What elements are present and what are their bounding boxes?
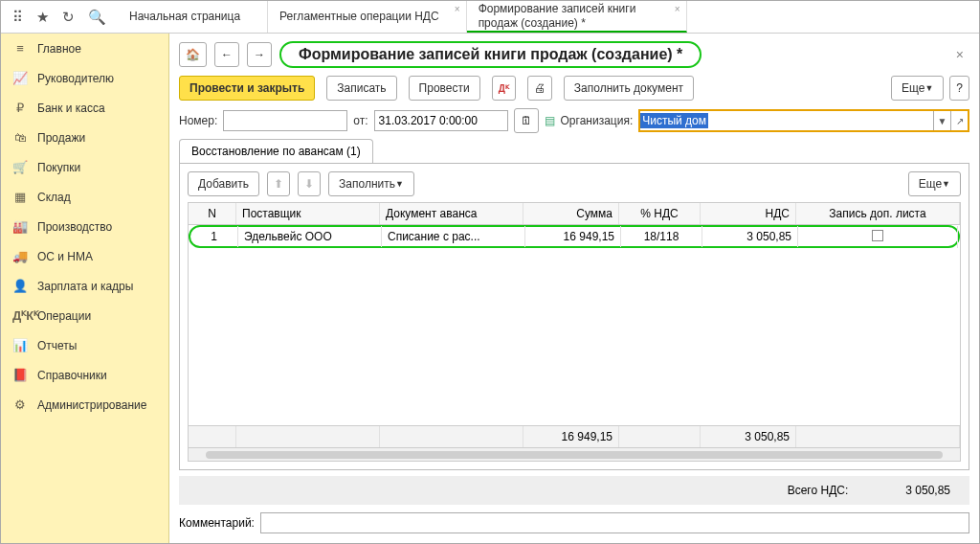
cart-icon: 🛒 (12, 160, 28, 174)
number-label: Номер: (179, 114, 217, 127)
open-icon[interactable]: ↗ (950, 111, 968, 130)
post-button[interactable]: Провести (409, 76, 480, 101)
sidebar-item-payroll[interactable]: 👤Зарплата и кадры (1, 271, 168, 301)
sidebar-item-catalogs[interactable]: 📕Справочники (1, 360, 168, 390)
h-scrollbar[interactable] (189, 447, 960, 461)
sidebar-item-operations[interactable]: ДᴷКᴷОперации (1, 301, 168, 330)
footer-sum: 16 949,15 (523, 426, 619, 447)
sidebar-item-assets[interactable]: 🚚ОС и НМА (1, 241, 168, 271)
chevron-down-icon[interactable]: ▼ (933, 111, 950, 130)
total-nds-value: 3 050,85 (905, 484, 950, 497)
footer-nds: 3 050,85 (701, 426, 796, 447)
sidebar-item-reports[interactable]: 📊Отчеты (1, 330, 168, 360)
table-footer: 16 949,15 3 050,85 (189, 425, 960, 447)
comment-label: Комментарий: (179, 516, 255, 530)
table-header: N Поставщик Документ аванса Сумма % НДС … (189, 203, 960, 225)
addsheet-checkbox[interactable] (872, 230, 883, 241)
window-tabs: Начальная страница Регламентные операции… (118, 1, 979, 33)
grid-icon: ▦ (12, 190, 28, 204)
factory-icon: 🏭 (12, 219, 28, 234)
table-more-button[interactable]: Еще ▼ (908, 171, 961, 196)
table-row[interactable]: 1 Эдельвейс ООО Списание с рас... 16 949… (189, 225, 960, 248)
tab-sales-book[interactable]: Формирование записей книги продаж (созда… (467, 1, 687, 33)
close-icon[interactable]: × (455, 4, 460, 15)
fill-doc-button[interactable]: Заполнить документ (564, 76, 694, 101)
sidebar-item-admin[interactable]: ⚙Администрирование (1, 390, 168, 419)
person-icon: 👤 (12, 279, 28, 293)
top-icons: ⠿ ★ ↻ 🔍 (1, 1, 118, 33)
forward-button[interactable]: → (247, 42, 272, 67)
write-button[interactable]: Записать (326, 76, 396, 101)
col-nds[interactable]: НДС (701, 203, 796, 224)
book-icon: 📕 (12, 368, 28, 382)
sidebar-item-manager[interactable]: 📈Руководителю (1, 63, 168, 93)
post-close-button[interactable]: Провести и закрыть (179, 76, 315, 101)
list-icon[interactable]: ▤ (545, 114, 555, 127)
chevron-down-icon: ▼ (924, 83, 933, 93)
history-icon[interactable]: ↻ (62, 9, 75, 26)
gear-icon: ⚙ (12, 397, 28, 412)
advances-table: N Поставщик Документ аванса Сумма % НДС … (188, 202, 961, 462)
org-value: Чистый дом (640, 113, 708, 128)
chevron-down-icon: ▼ (942, 179, 950, 189)
help-button[interactable]: ? (949, 76, 969, 101)
number-input[interactable] (223, 110, 347, 131)
search-icon[interactable]: 🔍 (88, 9, 106, 26)
chevron-down-icon: ▼ (395, 179, 404, 189)
chart-icon: 📈 (12, 71, 28, 85)
col-supplier[interactable]: Поставщик (236, 203, 380, 224)
total-nds-label: Всего НДС: (788, 484, 849, 497)
close-page-button[interactable]: × (950, 47, 969, 62)
sidebar-item-main[interactable]: ≡Главное (1, 34, 168, 63)
bars-icon: 📊 (12, 338, 28, 352)
bag-icon: 🛍 (12, 130, 28, 145)
subtab-strip: Восстановление по авансам (1) (179, 139, 969, 164)
page-title: Формирование записей книги продаж (созда… (279, 41, 702, 68)
fill-button[interactable]: Заполнить ▼ (328, 171, 414, 196)
form-row: Номер: от: 🗓 ▤ Организация: Чистый дом ▼… (179, 108, 969, 133)
star-icon[interactable]: ★ (36, 9, 49, 26)
sidebar-item-sales[interactable]: 🛍Продажи (1, 123, 168, 152)
table-body: 1 Эдельвейс ООО Списание с рас... 16 949… (189, 225, 960, 425)
tab-nds[interactable]: Регламентные операции НДС× (268, 1, 467, 33)
dtkt-button[interactable]: Дᴷ (492, 76, 516, 101)
date-input[interactable] (374, 110, 508, 131)
subtab-advances[interactable]: Восстановление по авансам (1) (179, 139, 373, 163)
apps-icon[interactable]: ⠿ (12, 9, 23, 26)
move-up-button[interactable]: ⬆ (267, 171, 290, 196)
calendar-button[interactable]: 🗓 (514, 108, 539, 133)
sidebar-item-warehouse[interactable]: ▦Склад (1, 182, 168, 212)
totals-bar: Всего НДС: 3 050,85 (179, 476, 969, 505)
sidebar-item-purchases[interactable]: 🛒Покупки (1, 152, 168, 182)
col-addsheet[interactable]: Запись доп. листа (796, 203, 960, 224)
org-label: Организация: (561, 114, 634, 127)
dtkt-icon: ДᴷКᴷ (12, 308, 28, 323)
sidebar-item-bank[interactable]: ₽Банк и касса (1, 93, 168, 123)
top-bar: ⠿ ★ ↻ 🔍 Начальная страница Регламентные … (1, 1, 979, 34)
tab-home[interactable]: Начальная страница (118, 1, 268, 33)
more-button[interactable]: Еще ▼ (891, 76, 944, 101)
content-area: 🏠 ← → Формирование записей книги продаж … (169, 34, 979, 543)
col-sum[interactable]: Сумма (523, 203, 619, 224)
back-button[interactable]: ← (214, 42, 239, 67)
move-down-button[interactable]: ⬇ (298, 171, 321, 196)
toolbar: Провести и закрыть Записать Провести Дᴷ … (179, 76, 969, 101)
tab-panel: Добавить ⬆ ⬇ Заполнить ▼ Еще ▼ N Поставщ… (179, 164, 969, 470)
close-icon[interactable]: × (675, 4, 680, 15)
print-button[interactable]: 🖨 (527, 76, 552, 101)
menu-icon: ≡ (12, 41, 28, 56)
from-label: от: (353, 114, 368, 127)
sidebar: ≡Главное 📈Руководителю ₽Банк и касса 🛍Пр… (1, 34, 169, 543)
truck-icon: 🚚 (12, 249, 28, 263)
home-button[interactable]: 🏠 (179, 42, 207, 67)
col-pct[interactable]: % НДС (619, 203, 701, 224)
org-field[interactable]: Чистый дом ▼ ↗ (638, 109, 969, 132)
col-n[interactable]: N (189, 203, 236, 224)
add-row-button[interactable]: Добавить (188, 171, 259, 196)
comment-input[interactable] (260, 512, 969, 533)
sidebar-item-production[interactable]: 🏭Производство (1, 212, 168, 241)
col-document[interactable]: Документ аванса (380, 203, 523, 224)
ruble-icon: ₽ (12, 101, 28, 115)
